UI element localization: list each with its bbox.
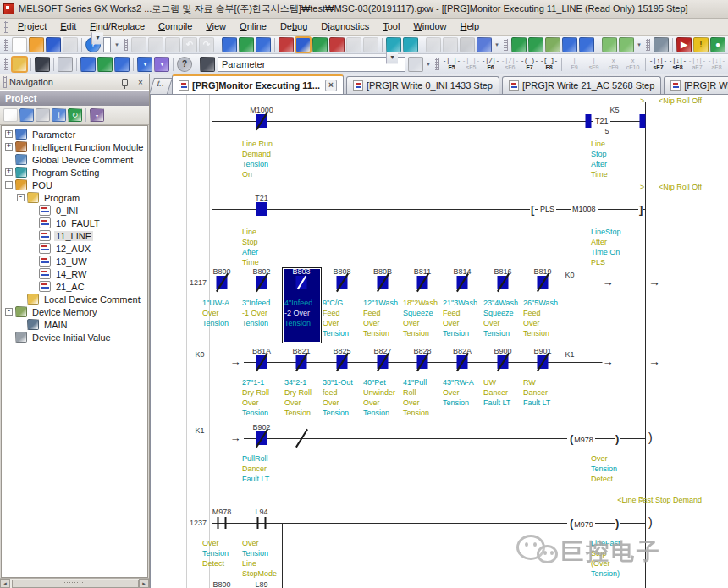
error-warning-icon[interactable]: ! xyxy=(693,37,709,52)
tree-expand-toggle[interactable]: + xyxy=(5,130,13,138)
menu-help[interactable]: Help xyxy=(454,19,487,34)
ladder-symbol-f6-button[interactable]: -|/|-F6 xyxy=(481,55,500,73)
tree-item-device-memory[interactable]: -Device Memory xyxy=(2,305,147,318)
combo-dropdown-icon[interactable]: ▾ xyxy=(91,32,103,44)
ladder-symbol-sf8-button[interactable]: -|↓|-sF8 xyxy=(668,55,687,73)
tree-item-13-uw[interactable]: 13_UW xyxy=(2,255,147,267)
contact-no[interactable] xyxy=(256,516,268,530)
pin-icon[interactable] xyxy=(122,79,128,86)
print-icon[interactable] xyxy=(63,37,78,52)
device-display-icon[interactable] xyxy=(579,37,594,52)
help-2-icon[interactable]: ? xyxy=(177,57,192,72)
scroll-left-button[interactable]: ◂ xyxy=(0,579,10,588)
device-find-icon[interactable]: ▾ xyxy=(154,57,169,72)
contact-nc[interactable] xyxy=(336,355,349,369)
toolbar-overflow-button[interactable]: ▾ xyxy=(424,57,433,72)
tree-item-11-line[interactable]: 11_LINE xyxy=(2,229,147,242)
menu-diagnostics[interactable]: Diagnostics xyxy=(314,19,376,34)
contact-nc[interactable] xyxy=(456,355,469,369)
contact-nc[interactable] xyxy=(256,114,268,128)
contact-nc[interactable] xyxy=(416,276,429,289)
write-to-plc-icon[interactable] xyxy=(222,37,237,52)
ladder-symbol-sf7-button[interactable]: -|↑|-sF7 xyxy=(648,55,668,73)
tree-item-main[interactable]: MAIN xyxy=(2,318,147,331)
break-icon[interactable] xyxy=(443,37,458,52)
network-diagnostics-icon[interactable] xyxy=(654,37,669,52)
start-monitoring-all-icon[interactable] xyxy=(511,37,527,52)
close-navigation-button[interactable]: × xyxy=(135,77,146,88)
sfc-zoom-icon[interactable] xyxy=(619,37,634,52)
start-monitoring-icon[interactable] xyxy=(528,37,543,52)
contact-nc[interactable] xyxy=(456,276,469,289)
tree-item-program-setting[interactable]: +Program Setting xyxy=(2,166,147,179)
ladder-symbol-f7-button[interactable]: -( )-F7 xyxy=(520,55,539,73)
tree-item-program[interactable]: -Program xyxy=(2,191,147,204)
sfc-block-list-icon[interactable] xyxy=(602,37,617,52)
contact-no[interactable] xyxy=(216,516,229,530)
contact-nc[interactable] xyxy=(377,276,389,289)
verify-with-plc-icon[interactable] xyxy=(256,37,271,52)
contact-nc[interactable] xyxy=(537,276,549,289)
scrollbar-thumb[interactable] xyxy=(12,580,139,588)
contact-nc[interactable] xyxy=(336,276,349,289)
tree-item-device-initial-value[interactable]: Device Initial Value xyxy=(2,331,147,343)
sort-icon[interactable]: ▾ xyxy=(90,108,104,122)
ladder-symbol-sf6-button[interactable]: -|/|-sF6 xyxy=(500,55,520,73)
timer-coil-label[interactable]: T21 xyxy=(593,117,610,125)
document-tab-3[interactable]: [PRG]R Write 21_AC 5268 Step xyxy=(502,76,661,94)
monitor-write-mode-icon[interactable] xyxy=(295,37,311,52)
tree-item-12-aux[interactable]: 12_AUX xyxy=(2,242,147,255)
combo-dropdown-icon[interactable]: ▾ xyxy=(386,52,398,63)
tree-item-global-device-comment[interactable]: Global Device Comment xyxy=(2,153,147,166)
step-run-icon[interactable] xyxy=(426,37,441,52)
toolbar-overflow-button[interactable]: ▾ xyxy=(493,37,501,52)
toolbar-overflow-button[interactable]: ▾ xyxy=(635,37,643,52)
tree-expand-toggle[interactable]: + xyxy=(5,168,13,176)
instruction-mnemonic[interactable]: PLS xyxy=(538,205,556,213)
ladder-symbol-sf9-button[interactable]: |sF9 xyxy=(584,55,604,73)
ladder-symbol-f5-button[interactable]: -| |-F5 xyxy=(442,55,461,73)
new-item-icon[interactable] xyxy=(3,108,18,122)
document-tab-stub[interactable]: t.. xyxy=(150,78,173,94)
document-tab-2[interactable]: [PRG]R Write 0_INI 1433 Step xyxy=(346,76,499,94)
contact-nc[interactable] xyxy=(497,276,510,289)
contact-no[interactable] xyxy=(256,202,268,216)
sampling-trace-icon[interactable] xyxy=(403,37,418,52)
menu-project[interactable]: Project xyxy=(11,19,53,34)
contact-nc[interactable] xyxy=(497,355,510,369)
ladder-symbol-af8-button[interactable]: -|↓|-aF8 xyxy=(707,55,726,73)
tree-item-0-ini[interactable]: 0_INI xyxy=(2,204,147,217)
cut-icon[interactable] xyxy=(131,37,146,52)
copy-item-icon[interactable] xyxy=(19,108,34,122)
tree-item-local-device-comment[interactable]: Local Device Comment xyxy=(2,293,147,305)
forced-io-icon[interactable] xyxy=(363,37,378,52)
device-test-icon[interactable] xyxy=(386,37,401,52)
document-tab-1[interactable]: [PRG]Monitor Executing 11...× xyxy=(172,74,344,94)
new-project-icon[interactable] xyxy=(12,37,27,52)
property-icon[interactable]: i xyxy=(52,108,66,122)
intelligent-monitor-icon[interactable] xyxy=(477,37,492,52)
contact-nc[interactable] xyxy=(295,276,308,289)
contact-nc[interactable] xyxy=(377,355,389,369)
work-window-icon[interactable] xyxy=(58,57,73,72)
contact-nc[interactable] xyxy=(216,276,229,289)
contact-nc[interactable] xyxy=(295,431,308,445)
information-icon[interactable]: ● xyxy=(710,37,725,52)
toolbar-overflow-button[interactable]: ▾ xyxy=(113,37,121,52)
tree-expand-toggle[interactable]: - xyxy=(5,308,13,316)
contact-nc[interactable] xyxy=(295,355,308,369)
watch-window-icon[interactable] xyxy=(460,37,475,52)
tree-item-21-ac[interactable]: 21_AC xyxy=(2,280,147,293)
tree-expand-toggle[interactable]: - xyxy=(5,181,13,189)
open-project-icon[interactable] xyxy=(29,37,44,52)
device-batch-monitor-icon[interactable] xyxy=(312,37,328,52)
tree-item-pou[interactable]: -POU xyxy=(2,179,147,191)
paste-item-icon[interactable] xyxy=(36,108,50,122)
modify-value-icon[interactable] xyxy=(346,37,361,52)
paste-icon[interactable] xyxy=(165,37,180,52)
copy-icon[interactable] xyxy=(148,37,163,52)
ladder-symbol-f9-button[interactable]: |F9 xyxy=(565,55,584,73)
menu-compile[interactable]: Compile xyxy=(152,19,199,34)
tree-expand-toggle[interactable]: - xyxy=(17,194,25,201)
monitor-mode-icon[interactable] xyxy=(279,37,294,52)
